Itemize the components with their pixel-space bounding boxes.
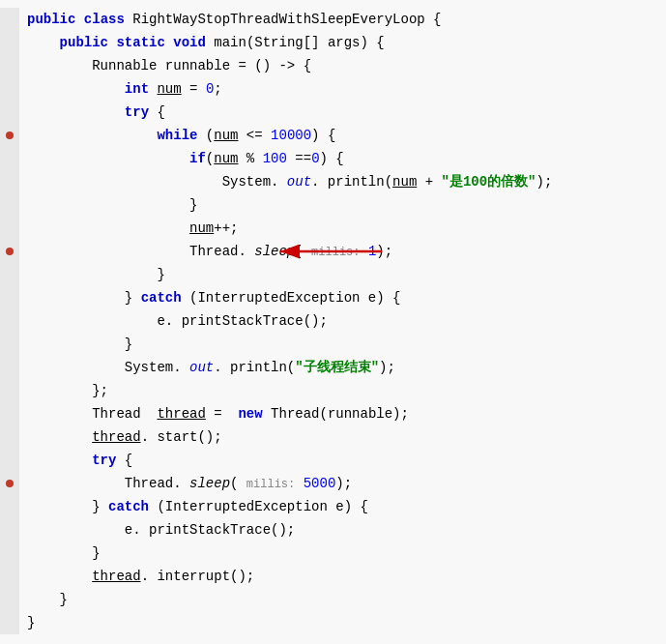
line-content-9: }: [19, 194, 666, 216]
line-content-8: System. out. println(num + "是100的倍数");: [19, 171, 666, 192]
gutter-17: [0, 379, 19, 402]
code-line-8: System. out. println(num + "是100的倍数");: [0, 170, 666, 193]
code-line-17: };: [0, 379, 666, 402]
line-content-4: int num = 0;: [19, 78, 666, 100]
line-content-12: }: [19, 264, 666, 285]
line-content-25: thread. interrupt();: [19, 566, 666, 587]
breakpoint-6: [6, 132, 14, 139]
gutter-5: [0, 101, 19, 124]
code-line-1: public class RightWayStopThreadWithSleep…: [0, 8, 666, 31]
gutter-27: [0, 611, 19, 634]
gutter-20: [0, 449, 19, 472]
line-content-1: public class RightWayStopThreadWithSleep…: [19, 9, 666, 30]
line-content-15: }: [19, 334, 666, 355]
gutter-14: [0, 309, 19, 333]
line-content-10: num++;: [19, 218, 666, 239]
gutter-19: [0, 425, 19, 449]
gutter-24: [0, 542, 19, 565]
code-line-27: }: [0, 611, 666, 634]
code-line-14: e. printStackTrace();: [0, 309, 666, 333]
line-content-2: public static void main(String[] args) {: [19, 32, 666, 53]
gutter-15: [0, 333, 19, 356]
code-line-24: }: [0, 542, 666, 565]
line-content-27: }: [19, 612, 666, 633]
line-content-17: };: [19, 380, 666, 401]
gutter-13: [0, 286, 19, 309]
line-content-21: Thread. sleep( millis: 5000);: [19, 473, 666, 494]
code-line-13: } catch (InterruptedException e) {: [0, 286, 666, 309]
gutter-4: [0, 77, 19, 101]
line-content-23: e. printStackTrace();: [19, 519, 666, 541]
line-content-24: }: [19, 542, 666, 564]
code-line-5: try {: [0, 101, 666, 124]
gutter-26: [0, 588, 19, 611]
gutter-22: [0, 495, 19, 518]
gutter-23: [0, 518, 19, 542]
code-line-19: thread. start();: [0, 425, 666, 449]
code-editor: public class RightWayStopThreadWithSleep…: [0, 0, 666, 642]
code-line-2: public static void main(String[] args) {: [0, 31, 666, 54]
line-content-16: System. out. println("子线程结束");: [19, 357, 666, 378]
gutter-7: [0, 147, 19, 170]
code-line-23: e. printStackTrace();: [0, 518, 666, 542]
line-content-22: } catch (InterruptedException e) {: [19, 496, 666, 517]
code-line-16: System. out. println("子线程结束");: [0, 356, 666, 379]
code-line-7: if(num % 100 ==0) {: [0, 147, 666, 170]
gutter-16: [0, 356, 19, 379]
code-line-10: num++;: [0, 217, 666, 240]
code-line-25: thread. interrupt();: [0, 565, 666, 588]
breakpoint-11: [6, 248, 14, 255]
gutter-8: [0, 170, 19, 193]
line-content-3: Runnable runnable = () -> {: [19, 55, 666, 76]
gutter-11: [0, 240, 19, 263]
code-line-18: Thread thread = new Thread(runnable);: [0, 402, 666, 425]
code-line-6: while (num <= 10000) {: [0, 124, 666, 147]
code-line-20: try {: [0, 449, 666, 472]
line-content-14: e. printStackTrace();: [19, 310, 666, 332]
code-line-21: Thread. sleep( millis: 5000);: [0, 472, 666, 495]
gutter-21: [0, 472, 19, 495]
line-content-26: }: [19, 589, 666, 610]
code-line-3: Runnable runnable = () -> {: [0, 54, 666, 77]
gutter-9: [0, 193, 19, 217]
line-content-18: Thread thread = new Thread(runnable);: [19, 403, 666, 424]
line-content-20: try {: [19, 450, 666, 471]
code-line-11: Thread. sleep( millis: 1);: [0, 240, 666, 263]
code-line-22: } catch (InterruptedException e) {: [0, 495, 666, 518]
gutter-25: [0, 565, 19, 588]
line-content-7: if(num % 100 ==0) {: [19, 148, 666, 169]
gutter-12: [0, 263, 19, 286]
code-line-4: int num = 0;: [0, 77, 666, 101]
code-line-26: }: [0, 588, 666, 611]
gutter-3: [0, 54, 19, 77]
line-content-19: thread. start();: [19, 426, 666, 448]
line-content-5: try {: [19, 102, 666, 123]
gutter-1: [0, 8, 19, 31]
code-line-9: }: [0, 193, 666, 217]
gutter-2: [0, 31, 19, 54]
gutter-10: [0, 217, 19, 240]
line-content-6: while (num <= 10000) {: [19, 125, 666, 146]
breakpoint-21: [6, 480, 14, 487]
line-content-13: } catch (InterruptedException e) {: [19, 287, 666, 308]
line-content-11: Thread. sleep( millis: 1);: [19, 241, 666, 262]
code-line-12: }: [0, 263, 666, 286]
code-line-15: }: [0, 333, 666, 356]
gutter-18: [0, 402, 19, 425]
gutter-6: [0, 124, 19, 147]
